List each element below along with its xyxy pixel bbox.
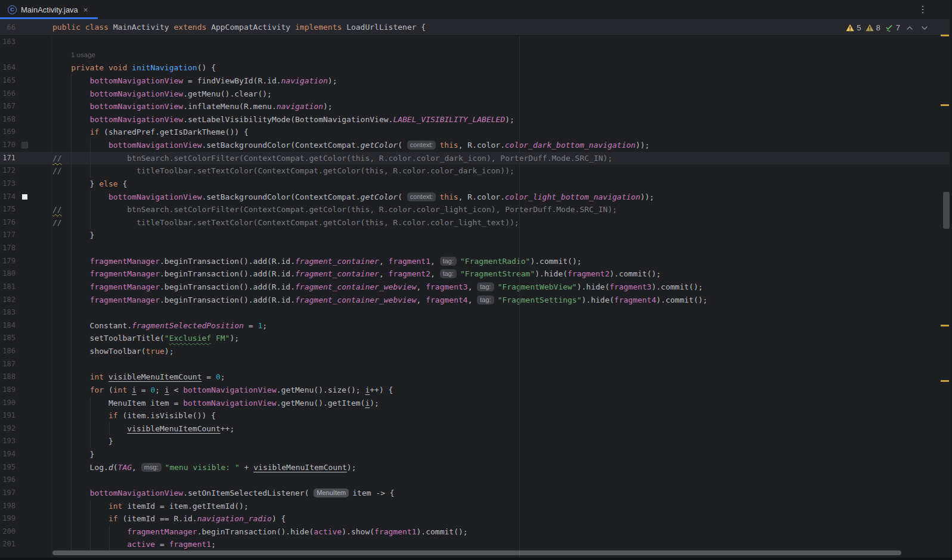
code-line[interactable]: 195 Log.d(TAG, msg:"menu visible: " + vi…: [0, 461, 950, 474]
code-line[interactable]: 196: [0, 474, 950, 487]
code-line[interactable]: 183: [0, 306, 950, 319]
horizontal-scrollbar-thumb[interactable]: [52, 550, 901, 555]
line-number[interactable]: 179: [0, 255, 15, 268]
code-line[interactable]: 201 active = fragment1;: [0, 538, 950, 551]
code-editor[interactable]: 1631 usage164 private void initNavigatio…: [0, 36, 952, 560]
code-line[interactable]: 169 if (sharedPref.getIsDarkTheme()) {: [0, 126, 950, 139]
code-line[interactable]: 179 fragmentManager.beginTransaction().a…: [0, 255, 950, 268]
code-line[interactable]: 1 usage: [0, 49, 950, 62]
code-line[interactable]: 190 MenuItem item = bottomNavigationView…: [0, 397, 950, 410]
code-line[interactable]: 197 bottomNavigationView.setOnItemSelect…: [0, 487, 950, 500]
line-number[interactable]: 182: [0, 294, 15, 307]
code-line[interactable]: 187: [0, 358, 950, 371]
line-number[interactable]: 196: [0, 474, 15, 487]
code-line[interactable]: 172// titleToolbar.setTextColor(ContextC…: [0, 164, 950, 178]
line-number[interactable]: 177: [0, 229, 15, 242]
line-number[interactable]: 185: [0, 332, 15, 345]
color-preview-light-icon[interactable]: [22, 194, 27, 200]
code-line[interactable]: 186 showToolbar(true);: [0, 345, 950, 358]
line-number[interactable]: 166: [0, 88, 15, 101]
line-number[interactable]: 178: [0, 242, 15, 255]
prev-issue-button[interactable]: [904, 26, 915, 30]
code-line[interactable]: 193 }: [0, 435, 950, 448]
code-line[interactable]: 170 bottomNavigationView.setBackgroundCo…: [0, 139, 950, 152]
line-number[interactable]: 184: [0, 319, 15, 332]
code-line[interactable]: 167 bottomNavigationView.inflateMenu(R.m…: [0, 100, 950, 113]
code-line[interactable]: 200 fragmentManager.beginTransaction().h…: [0, 525, 950, 539]
line-number[interactable]: 165: [0, 74, 15, 88]
code-line[interactable]: 188 int visibleMenuItemCount = 0;: [0, 371, 950, 384]
line-number[interactable]: 188: [0, 371, 15, 384]
line-number[interactable]: 195: [0, 461, 15, 474]
code-line[interactable]: 177 }: [0, 229, 950, 242]
code-line[interactable]: 174 bottomNavigationView.setBackgroundCo…: [0, 191, 950, 204]
code-line[interactable]: 165 bottomNavigationView = findViewById(…: [0, 74, 950, 88]
warnings-indicator[interactable]: 5: [846, 23, 861, 32]
kebab-menu-icon[interactable]: ⋮: [918, 3, 928, 16]
line-number[interactable]: 191: [0, 409, 15, 422]
vertical-scrollbar-thumb[interactable]: [943, 192, 950, 229]
line-number[interactable]: 201: [0, 538, 15, 551]
line-number[interactable]: 163: [0, 36, 15, 49]
inspections-widget[interactable]: 5 8 7: [846, 21, 930, 34]
code-line[interactable]: 166 bottomNavigationView.getMenu().clear…: [0, 88, 950, 101]
line-number[interactable]: 199: [0, 512, 15, 525]
line-number[interactable]: 180: [0, 267, 15, 281]
line-number[interactable]: 164: [0, 61, 15, 74]
next-issue-button[interactable]: [919, 26, 930, 30]
line-number[interactable]: 175: [0, 203, 15, 216]
code-line[interactable]: 164 private void initNavigation() {: [0, 61, 950, 74]
code-line[interactable]: 191 if (item.isVisible()) {: [0, 409, 950, 422]
line-number[interactable]: 172: [0, 164, 15, 178]
code-line[interactable]: 175// btnSearch.setColorFilter(ContextCo…: [0, 203, 950, 216]
code-line[interactable]: 185 setToolbarTitle("Exclusief FM");: [0, 332, 950, 345]
warning-stripe-mark[interactable]: [941, 35, 949, 36]
line-number[interactable]: 170: [0, 139, 15, 152]
line-number[interactable]: 169: [0, 126, 15, 139]
line-number[interactable]: 183: [0, 306, 15, 319]
color-preview-dark-icon[interactable]: [22, 142, 27, 148]
code-line[interactable]: 173 } else {: [0, 178, 950, 191]
warning-stripe-mark[interactable]: [941, 104, 949, 106]
line-number[interactable]: 186: [0, 345, 15, 358]
warning-stripe-mark[interactable]: [941, 380, 949, 382]
line-number[interactable]: 198: [0, 500, 15, 513]
code-line-caret[interactable]: 171// btnSearch.setColorFilter(ContextCo…: [0, 152, 950, 165]
line-number[interactable]: 190: [0, 397, 15, 410]
typos-indicator[interactable]: 7: [885, 23, 900, 32]
code-line[interactable]: 181 fragmentManager.beginTransaction().a…: [0, 281, 950, 294]
sticky-class-declaration[interactable]: 66 public class MainActivity extends App…: [0, 19, 952, 36]
code-line[interactable]: 199 if (itemId == R.id.navigation_radio)…: [0, 512, 950, 525]
line-number[interactable]: 167: [0, 100, 15, 113]
line-number[interactable]: 174: [0, 191, 15, 204]
tab-mainactivity[interactable]: C MainActivity.java ×: [0, 0, 98, 19]
line-number[interactable]: 189: [0, 384, 15, 397]
line-number[interactable]: 194: [0, 448, 15, 461]
code-line[interactable]: 176// titleToolbar.setTextColor(ContextC…: [0, 216, 950, 229]
code-line[interactable]: 182 fragmentManager.beginTransaction().a…: [0, 294, 950, 307]
code-line[interactable]: 198 int itemId = item.getItemId();: [0, 500, 950, 513]
code-line[interactable]: 168 bottomNavigationView.setLabelVisibil…: [0, 113, 950, 126]
code-line[interactable]: 180 fragmentManager.beginTransaction().a…: [0, 267, 950, 281]
code-line[interactable]: 163: [0, 36, 950, 49]
line-number[interactable]: 193: [0, 435, 15, 448]
line-number[interactable]: 181: [0, 281, 15, 294]
code-line[interactable]: 178: [0, 242, 950, 255]
code-line[interactable]: 184 Constant.fragmentSelectedPosition = …: [0, 319, 950, 332]
code-line[interactable]: 192 visibleMenuItemCount++;: [0, 422, 950, 435]
line-number[interactable]: 176: [0, 216, 15, 229]
weak-warnings-indicator[interactable]: 8: [866, 23, 880, 32]
line-number[interactable]: 173: [0, 178, 15, 191]
line-number[interactable]: 171: [0, 152, 15, 165]
line-number[interactable]: 200: [0, 525, 15, 539]
line-number[interactable]: 192: [0, 422, 15, 435]
warning-stripe-mark[interactable]: [941, 325, 949, 326]
code-line[interactable]: 189 for (int i = 0; i < bottomNavigation…: [0, 384, 950, 397]
usages-hint[interactable]: 1 usage: [71, 49, 95, 62]
close-icon[interactable]: ×: [83, 5, 88, 14]
line-number[interactable]: 187: [0, 358, 15, 371]
line-number[interactable]: 197: [0, 487, 15, 500]
line-number[interactable]: [0, 49, 15, 62]
line-number[interactable]: 168: [0, 113, 15, 126]
code-line[interactable]: 194 }: [0, 448, 950, 461]
